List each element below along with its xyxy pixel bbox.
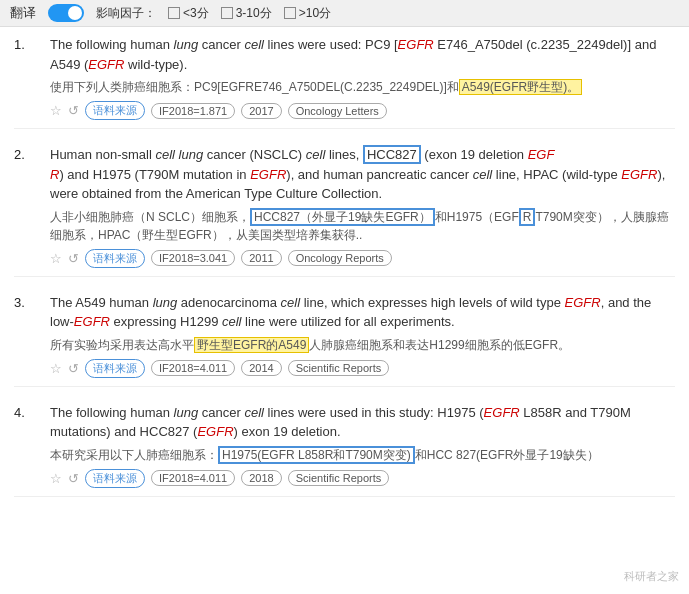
journal-tag-1[interactable]: Oncology Letters <box>288 103 387 119</box>
if-option-1[interactable]: <3分 <box>168 5 209 22</box>
source-tag-1[interactable]: 语料来源 <box>85 101 145 120</box>
result-en-text-1: The following human lung cancer cell lin… <box>50 35 675 74</box>
year-tag-1[interactable]: 2017 <box>241 103 281 119</box>
star-icon-1[interactable]: ☆ <box>50 103 62 118</box>
result-zh-text-3: 所有实验均采用表达高水平野生型EGFR的A549人肺腺癌细胞系和表达H1299细… <box>50 336 675 354</box>
source-tag-2[interactable]: 语料来源 <box>85 249 145 268</box>
if-tag-2[interactable]: IF2018=3.041 <box>151 250 235 266</box>
result-number-1: 1. <box>14 35 32 120</box>
checkbox-lt3[interactable] <box>168 7 180 19</box>
header-bar: 翻译 影响因子： <3分 3-10分 >10分 <box>0 0 689 27</box>
if-option-2[interactable]: 3-10分 <box>221 5 272 22</box>
if-tag-3[interactable]: IF2018=4.011 <box>151 360 235 376</box>
result-number-2: 2. <box>14 145 32 268</box>
refresh-icon-2[interactable]: ↺ <box>68 251 79 266</box>
source-tag-3[interactable]: 语料来源 <box>85 359 145 378</box>
result-meta-2: ☆ ↺ 语料来源 IF2018=3.041 2011 Oncology Repo… <box>50 249 675 268</box>
checkbox-gt10[interactable] <box>284 7 296 19</box>
refresh-icon-3[interactable]: ↺ <box>68 361 79 376</box>
result-item-2: 2. Human non-small cell lung cancer (NSC… <box>14 145 675 277</box>
result-meta-3: ☆ ↺ 语料来源 IF2018=4.011 2014 Scientific Re… <box>50 359 675 378</box>
refresh-icon-4[interactable]: ↺ <box>68 471 79 486</box>
checkbox-3-10[interactable] <box>221 7 233 19</box>
translate-label: 翻译 <box>10 4 36 22</box>
if-option-3-10-label: 3-10分 <box>236 5 272 22</box>
if-option-gt10-label: >10分 <box>299 5 331 22</box>
year-tag-4[interactable]: 2018 <box>241 470 281 486</box>
result-meta-4: ☆ ↺ 语料来源 IF2018=4.011 2018 Scientific Re… <box>50 469 675 488</box>
star-icon-3[interactable]: ☆ <box>50 361 62 376</box>
result-en-text-4: The following human lung cancer cell lin… <box>50 403 675 442</box>
translate-toggle[interactable] <box>48 4 84 22</box>
if-tag-4[interactable]: IF2018=4.011 <box>151 470 235 486</box>
if-tag-1[interactable]: IF2018=1.871 <box>151 103 235 119</box>
result-item-3: 3. The A549 human lung adenocarcinoma ce… <box>14 293 675 387</box>
result-item-4: 4. The following human lung cancer cell … <box>14 403 675 497</box>
result-meta-1: ☆ ↺ 语料来源 IF2018=1.871 2017 Oncology Lett… <box>50 101 675 120</box>
results-container: 1. The following human lung cancer cell … <box>0 27 689 527</box>
star-icon-2[interactable]: ☆ <box>50 251 62 266</box>
if-option-lt3-label: <3分 <box>183 5 209 22</box>
journal-tag-4[interactable]: Scientific Reports <box>288 470 390 486</box>
result-zh-text-4: 本研究采用以下人肺癌细胞系：H1975(EGFR L858R和T790M突变)和… <box>50 446 675 464</box>
if-option-3[interactable]: >10分 <box>284 5 331 22</box>
journal-tag-2[interactable]: Oncology Reports <box>288 250 392 266</box>
watermark: 科研者之家 <box>624 569 679 584</box>
year-tag-3[interactable]: 2014 <box>241 360 281 376</box>
if-label: 影响因子： <box>96 5 156 22</box>
result-en-text-2: Human non-small cell lung cancer (NSCLC)… <box>50 145 675 204</box>
result-item-1: 1. The following human lung cancer cell … <box>14 35 675 129</box>
result-number-4: 4. <box>14 403 32 488</box>
star-icon-4[interactable]: ☆ <box>50 471 62 486</box>
result-zh-text-1: 使用下列人类肺癌细胞系：PC9[EGFRE746_A750DEL(C.2235_… <box>50 78 675 96</box>
refresh-icon-1[interactable]: ↺ <box>68 103 79 118</box>
result-zh-text-2: 人非小细胞肺癌（N SCLC）细胞系，HCC827（外显子19缺失EGFR）和H… <box>50 208 675 244</box>
source-tag-4[interactable]: 语料来源 <box>85 469 145 488</box>
result-en-text-3: The A549 human lung adenocarcinoma cell … <box>50 293 675 332</box>
journal-tag-3[interactable]: Scientific Reports <box>288 360 390 376</box>
toggle-knob <box>68 6 82 20</box>
result-number-3: 3. <box>14 293 32 378</box>
year-tag-2[interactable]: 2011 <box>241 250 281 266</box>
